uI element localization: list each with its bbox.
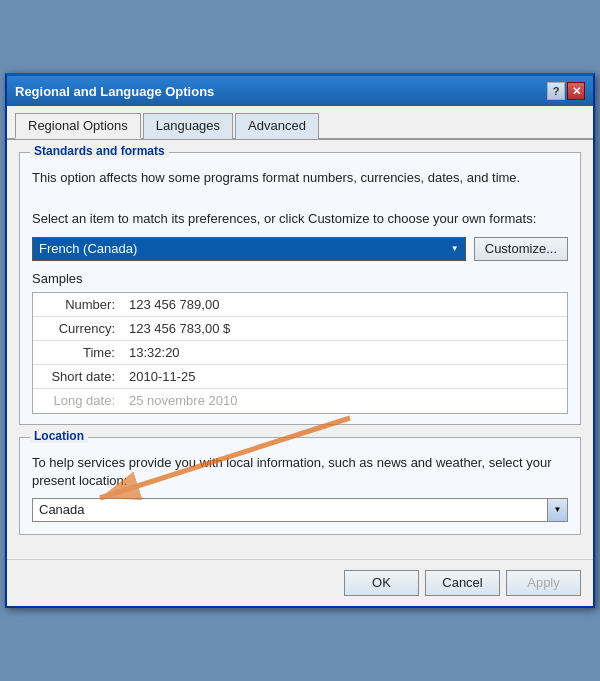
- title-bar-buttons: ? ✕: [547, 82, 585, 100]
- dialog-window: Regional and Language Options ? ✕ Region…: [5, 73, 595, 608]
- long-date-value: 25 novembre 2010: [123, 390, 567, 411]
- long-date-label: Long date:: [33, 390, 123, 411]
- time-value: 13:32:20: [123, 342, 567, 363]
- tab-languages[interactable]: Languages: [143, 113, 233, 139]
- apply-button[interactable]: Apply: [506, 570, 581, 596]
- help-button[interactable]: ?: [547, 82, 565, 100]
- location-desc: To help services provide you with local …: [32, 454, 568, 490]
- table-row: Currency: 123 456 783,00 $: [33, 317, 567, 341]
- table-row: Short date: 2010-11-25: [33, 365, 567, 389]
- number-label: Number:: [33, 294, 123, 315]
- number-value: 123 456 789,00: [123, 294, 567, 315]
- format-dropdown-value: French (Canada): [39, 241, 137, 256]
- location-section: Location To help services provide you wi…: [19, 437, 581, 535]
- cancel-button[interactable]: Cancel: [425, 570, 500, 596]
- ok-button[interactable]: OK: [344, 570, 419, 596]
- short-date-label: Short date:: [33, 366, 123, 387]
- dialog-title: Regional and Language Options: [15, 84, 214, 99]
- tabs-bar: Regional Options Languages Advanced: [7, 106, 593, 140]
- location-dropdown-arrow[interactable]: ▼: [548, 498, 568, 522]
- location-dropdown-value: Canada: [39, 502, 85, 517]
- standards-title: Standards and formats: [30, 144, 169, 158]
- format-dropdown[interactable]: French (Canada) ▼: [32, 237, 466, 261]
- table-row: Long date: 25 novembre 2010: [33, 389, 567, 413]
- currency-label: Currency:: [33, 318, 123, 339]
- location-arrow-icon: ▼: [554, 505, 562, 514]
- location-selector-row: Canada ▼: [32, 498, 568, 522]
- samples-grid: Number: 123 456 789,00 Currency: 123 456…: [32, 292, 568, 414]
- dialog-content: Standards and formats This option affect…: [7, 140, 593, 559]
- currency-value: 123 456 783,00 $: [123, 318, 567, 339]
- table-row: Number: 123 456 789,00: [33, 293, 567, 317]
- location-dropdown[interactable]: Canada: [32, 498, 548, 522]
- standards-desc2: Select an item to match its preferences,…: [32, 210, 568, 228]
- close-button[interactable]: ✕: [567, 82, 585, 100]
- format-dropdown-arrow-icon: ▼: [451, 244, 459, 253]
- time-label: Time:: [33, 342, 123, 363]
- customize-button[interactable]: Customize...: [474, 237, 568, 261]
- table-row: Time: 13:32:20: [33, 341, 567, 365]
- tab-regional-options[interactable]: Regional Options: [15, 113, 141, 139]
- short-date-value: 2010-11-25: [123, 366, 567, 387]
- standards-desc1: This option affects how some programs fo…: [32, 169, 568, 187]
- standards-section: Standards and formats This option affect…: [19, 152, 581, 424]
- samples-label: Samples: [32, 271, 568, 286]
- bottom-bar: OK Cancel Apply: [7, 559, 593, 606]
- tab-advanced[interactable]: Advanced: [235, 113, 319, 139]
- title-bar: Regional and Language Options ? ✕: [7, 76, 593, 106]
- format-selector-row: French (Canada) ▼ Customize...: [32, 237, 568, 261]
